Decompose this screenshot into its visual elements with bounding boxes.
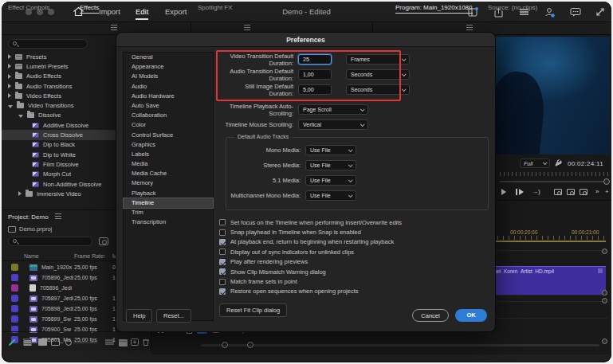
project-search-input[interactable] [8, 237, 92, 246]
checkbox-out-of-sync[interactable]: Display out of sync indicators for unlin… [219, 247, 490, 256]
pref-item-general[interactable]: General [124, 53, 213, 62]
program-timecode[interactable]: 00:02:24:11 [568, 160, 603, 167]
mono-media-select[interactable]: Use File [305, 145, 356, 155]
ok-button[interactable]: OK [455, 309, 487, 322]
video-transition-unit-select[interactable]: Frames [346, 54, 410, 65]
monitor-scrollbar[interactable] [500, 181, 610, 182]
program-panel-menu-icon[interactable] [463, 25, 473, 32]
pref-item-media[interactable]: Media [124, 159, 213, 169]
scrollbar-handle[interactable] [247, 342, 253, 348]
track-resize-handle[interactable] [602, 290, 607, 296]
more-controls-icon[interactable]: » [595, 188, 599, 195]
loop-icon[interactable]: →) [532, 188, 540, 195]
checkbox-set-focus[interactable]: Set focus on the Timeline when performin… [219, 217, 490, 227]
tab-source[interactable]: Source: (no clips) [488, 4, 537, 11]
step-icon[interactable] [516, 189, 517, 195]
checkbox-snap-playhead[interactable]: Snap playhead in Timeline when Snap is e… [219, 227, 490, 237]
settings-wrench-icon[interactable] [555, 159, 563, 167]
play-in-out-button[interactable] [519, 189, 524, 195]
pref-item-audio[interactable]: Audio [124, 82, 213, 92]
timeline-ruler-ticks[interactable] [486, 236, 606, 240]
media-browser-icon[interactable] [99, 237, 108, 245]
app-window: Import Edit Export Demo - Edited Effect … [2, 2, 611, 362]
chevron-down-icon [402, 57, 407, 61]
transport-controls: →) » + [498, 186, 611, 198]
spotlight-panel-menu-icon[interactable] [241, 25, 250, 32]
mouse-scrolling-select[interactable]: Vertical [298, 119, 368, 130]
edit-pencil-icon[interactable] [8, 338, 17, 346]
still-image-duration-input[interactable]: 5,00 [298, 84, 332, 95]
pref-item-memory[interactable]: Memory [124, 178, 213, 188]
comments-icon[interactable] [570, 7, 580, 17]
video-transition-duration-input[interactable]: 25 [298, 54, 332, 65]
checkbox-return-to-beginning[interactable]: At playback end, return to beginning whe… [219, 237, 490, 247]
track-resize-handle[interactable] [602, 298, 607, 303]
tab-program[interactable]: Program: Main_1920x1080 [395, 4, 473, 14]
pref-item-collaboration[interactable]: Collaboration [124, 111, 213, 120]
help-button[interactable]: Help [126, 309, 152, 323]
pref-item-color[interactable]: Color [124, 120, 213, 130]
timeline-horizontal-scrollbar[interactable] [201, 344, 599, 346]
timeline-ruler-time: 00:00:20:00 [510, 229, 537, 235]
menu-edit[interactable]: Edit [136, 7, 148, 20]
pref-item-media-cache[interactable]: Media Cache [124, 169, 213, 178]
surround-media-select[interactable]: Use File [305, 175, 356, 186]
checkbox-match-frame[interactable]: Match frame sets in point [219, 276, 490, 286]
list-view-icon[interactable] [23, 339, 32, 346]
pref-item-ai-models[interactable]: AI Models [124, 72, 213, 81]
checkbox-play-after-render[interactable]: Play after rendering previews [219, 257, 490, 267]
freeform-view-icon[interactable] [51, 339, 60, 346]
tab-project[interactable]: Project: Demo [8, 213, 61, 221]
tab-effects[interactable]: Effects [80, 4, 99, 14]
menu-export[interactable]: Export [165, 7, 187, 16]
audio-transition-unit-select[interactable]: Seconds [346, 69, 410, 80]
pref-item-graphics[interactable]: Graphics [124, 140, 213, 150]
pref-item-auto-save[interactable]: Auto Save [124, 101, 213, 111]
new-bin-icon[interactable] [119, 339, 128, 346]
still-image-unit-select[interactable]: Seconds [346, 84, 410, 95]
auto-scrolling-select[interactable]: Page Scroll [298, 104, 368, 115]
trash-icon[interactable] [143, 339, 151, 346]
extract-icon[interactable] [567, 189, 575, 195]
clip-icon [29, 296, 37, 302]
zoom-slider-track[interactable] [73, 342, 97, 343]
user-profile-icon[interactable] [544, 7, 555, 17]
multichannel-media-select[interactable]: Use File [305, 190, 356, 201]
effects-panel-menu-icon[interactable] [108, 25, 117, 32]
pref-item-playback[interactable]: Playback [124, 189, 213, 198]
tab-effect-controls[interactable]: Effect Controls [8, 4, 49, 11]
pref-item-appearance[interactable]: Appearance [124, 62, 213, 72]
add-button-icon[interactable]: + [605, 188, 609, 195]
pref-item-transcription[interactable]: Transcription [124, 217, 213, 227]
scrollbar-handle[interactable] [222, 342, 228, 348]
automate-sequence-icon[interactable] [105, 339, 114, 346]
audio-transition-duration-input[interactable]: 1,00 [298, 69, 332, 80]
menu-import[interactable]: Import [99, 7, 120, 16]
pref-item-trim[interactable]: Trim [124, 208, 213, 217]
pref-item-audio-hardware[interactable]: Audio Hardware [124, 92, 213, 101]
track-resize-handle[interactable] [602, 339, 607, 344]
fullscreen-icon[interactable] [595, 7, 606, 17]
scrollbar-handle[interactable] [603, 178, 610, 185]
zoom-slider-handle[interactable] [65, 339, 72, 346]
stereo-media-select[interactable]: Use File [305, 160, 356, 170]
cancel-button[interactable]: Cancel [412, 309, 449, 322]
new-item-icon[interactable] [131, 339, 139, 346]
pref-item-timeline[interactable]: Timeline [124, 198, 213, 208]
lift-icon[interactable] [554, 189, 562, 195]
track-resize-handle[interactable] [602, 249, 607, 254]
tab-spotlight-fx[interactable]: Spotlight FX [198, 4, 233, 11]
timeline-clip[interactable]: Roei_Koren_Artist_HD.mp4 [486, 266, 606, 295]
surround-media-label: 5.1 Media: [226, 177, 301, 184]
icon-view-icon[interactable] [38, 339, 47, 346]
play-button[interactable] [501, 189, 506, 195]
pref-item-labels[interactable]: Labels [124, 150, 213, 159]
pref-item-control-surface[interactable]: Control Surface [124, 131, 213, 140]
export-frame-icon[interactable] [580, 189, 587, 195]
project-breadcrumb[interactable]: Demo.prproj [8, 225, 52, 233]
reset-button[interactable]: Reset... [156, 309, 191, 323]
zoom-level-select[interactable]: Full [520, 159, 550, 168]
effects-search-input[interactable] [8, 39, 88, 49]
checkbox-clip-mismatch[interactable]: Show Clip Mismatch Warning dialog [219, 267, 490, 276]
checkbox-restore-sequences[interactable]: Restore open sequences when opening proj… [219, 287, 490, 296]
